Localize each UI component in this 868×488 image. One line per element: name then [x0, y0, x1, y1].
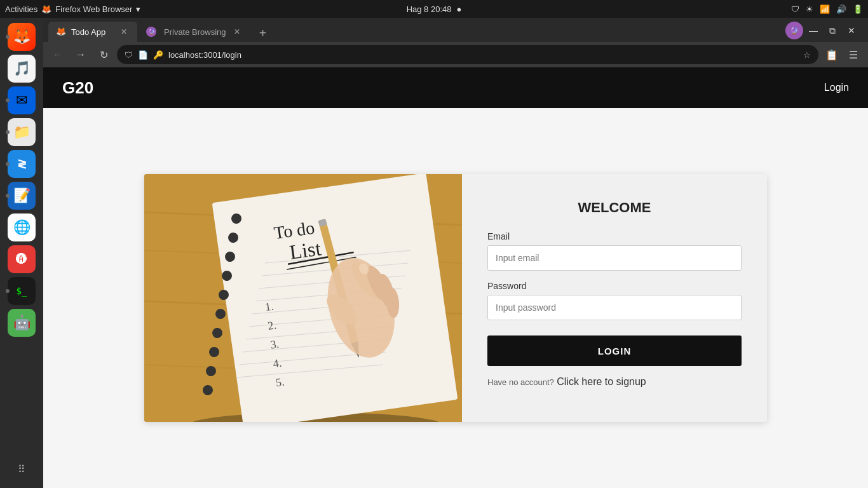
- form-panel: WELCOME Email Password LOGIN Have no acc…: [462, 174, 767, 422]
- sidebar-icon-firefox[interactable]: 🦊: [8, 23, 36, 51]
- window-controls: 🔮 — ⧉ ✕: [785, 22, 863, 42]
- reader-view-icon[interactable]: 📋: [822, 45, 841, 64]
- image-panel: To do List 1. 2. 3. 4. 5.: [144, 174, 462, 422]
- firefox-icon: 🦊: [41, 4, 51, 14]
- tab-title-private: Private Browsing: [164, 27, 226, 37]
- active-dot-5: [6, 194, 10, 198]
- sidebar-icon-android[interactable]: 🤖: [8, 309, 36, 337]
- header-login-link[interactable]: Login: [824, 82, 849, 93]
- tab-title-todo: Todo App: [71, 27, 113, 37]
- page-icon: 📄: [138, 50, 148, 60]
- security-shield-icon: 🛡: [125, 50, 133, 60]
- rhythmbox-app-icon: 🎵: [13, 60, 31, 77]
- sidebar-icon-apps[interactable]: ⠿: [8, 455, 36, 483]
- login-button[interactable]: LOGIN: [487, 336, 742, 366]
- signup-section: Have no account? Click here to signup: [487, 376, 742, 388]
- welcome-heading: WELCOME: [487, 200, 742, 216]
- battery-icon: 🔋: [853, 4, 863, 14]
- firefox-app-icon: 🦊: [13, 29, 31, 45]
- appstore-app-icon: 🅐: [16, 253, 27, 266]
- chrome-app-icon: 🌐: [13, 219, 31, 236]
- android-app-icon: 🤖: [13, 315, 31, 331]
- os-taskbar: Activities 🦊 Firefox Web Browser ▾ Hag 8…: [0, 0, 868, 18]
- app-header: G20 Login: [43, 67, 868, 108]
- sidebar-icon-terminal[interactable]: $_: [8, 277, 36, 305]
- dropdown-icon[interactable]: ▾: [136, 4, 140, 14]
- volume-icon[interactable]: 🔊: [836, 4, 846, 14]
- forward-button[interactable]: →: [71, 45, 90, 64]
- toolbar-right-controls: 📋 ☰: [822, 45, 863, 64]
- taskbar-right: 🛡 ☀ 📶 🔊 🔋: [791, 4, 863, 14]
- email-label: Email: [487, 231, 742, 241]
- back-button[interactable]: ←: [48, 45, 67, 64]
- active-dot-4: [6, 162, 10, 166]
- tab-favicon-firefox: 🦊: [56, 27, 66, 37]
- lock-icon: 🔑: [153, 50, 163, 60]
- sidebar-icon-chrome[interactable]: 🌐: [8, 214, 36, 241]
- tab-todo-app[interactable]: 🦊 Todo App ✕: [48, 22, 137, 42]
- active-dot: [6, 35, 10, 39]
- activities-button[interactable]: Activities: [5, 4, 37, 14]
- datetime-display: Hag 8 20:48: [407, 4, 452, 14]
- thunderbird-app-icon: ✉: [16, 92, 27, 109]
- private-browsing-icon: 🔮: [146, 27, 156, 37]
- taskbar-left: Activities 🦊 Firefox Web Browser ▾: [5, 4, 140, 14]
- url-display[interactable]: localhost:3001/login: [168, 50, 798, 60]
- apps-grid-icon: ⠿: [18, 463, 25, 475]
- sidebar-icon-rhythmbox[interactable]: 🎵: [8, 55, 36, 83]
- recording-dot: ●: [456, 4, 461, 14]
- main-area: To do List 1. 2. 3. 4. 5.: [43, 108, 868, 488]
- new-tab-button[interactable]: +: [254, 24, 272, 42]
- terminal-app-icon: $_: [17, 286, 27, 296]
- taskbar-center: Hag 8 20:48 ●: [407, 4, 462, 14]
- signup-prompt-text: Have no account?: [487, 377, 554, 387]
- browser-toolbar: ← → ↻ 🛡 📄 🔑 localhost:3001/login ☆ 📋 ☰: [43, 42, 868, 67]
- close-button[interactable]: ✕: [843, 22, 860, 39]
- notebook-illustration: To do List 1. 2. 3. 4. 5.: [144, 174, 462, 422]
- app-logo: G20: [62, 78, 93, 98]
- svg-text:5.: 5.: [275, 375, 285, 389]
- password-label: Password: [487, 281, 742, 291]
- app-sidebar: 🦊 🎵 ✉ 📁 ≷ 📝 🌐 🅐 $_ 🤖 ⠿: [0, 18, 43, 488]
- tab-close-private[interactable]: ✕: [231, 26, 243, 37]
- minimize-button[interactable]: —: [804, 22, 822, 39]
- sidebar-icon-thunderbird[interactable]: ✉: [8, 86, 36, 114]
- sidebar-icon-vscode[interactable]: ≷: [8, 150, 36, 178]
- files-app-icon: 📁: [13, 124, 31, 140]
- svg-text:4.: 4.: [272, 356, 282, 370]
- active-dot-6: [6, 289, 10, 293]
- reload-button[interactable]: ↻: [94, 45, 113, 64]
- login-container: To do List 1. 2. 3. 4. 5.: [144, 174, 767, 422]
- tab-private-browsing[interactable]: 🔮 Private Browsing ✕: [139, 22, 250, 42]
- signup-link[interactable]: Click here to signup: [557, 376, 646, 387]
- svg-text:2.: 2.: [267, 318, 277, 332]
- sidebar-icon-writer[interactable]: 📝: [8, 182, 36, 210]
- wifi-icon[interactable]: 📶: [820, 4, 830, 14]
- svg-text:1.: 1.: [264, 300, 275, 314]
- shield-icon: 🛡: [791, 4, 799, 14]
- browser-name: Firefox Web Browser: [55, 4, 132, 14]
- sidebar-icon-files[interactable]: 📁: [8, 118, 36, 146]
- password-input[interactable]: [487, 295, 742, 320]
- address-bar[interactable]: 🛡 📄 🔑 localhost:3001/login ☆: [117, 45, 818, 64]
- sidebar-icon-appstore[interactable]: 🅐: [8, 245, 36, 273]
- active-dot-2: [6, 98, 10, 102]
- svg-text:3.: 3.: [269, 337, 280, 351]
- tab-bar: 🦊 Todo App ✕ 🔮 Private Browsing ✕ + 🔮 — …: [43, 18, 868, 42]
- restore-button[interactable]: ⧉: [824, 22, 841, 39]
- browser-window: 🦊 Todo App ✕ 🔮 Private Browsing ✕ + 🔮 — …: [43, 18, 868, 488]
- email-input[interactable]: [487, 245, 742, 271]
- page-content: G20 Login: [43, 67, 868, 488]
- brightness-icon[interactable]: ☀: [806, 4, 813, 14]
- private-mode-indicator: 🔮: [785, 22, 803, 39]
- vscode-app-icon: ≷: [17, 157, 27, 171]
- tab-close-todo[interactable]: ✕: [118, 26, 130, 37]
- menu-button[interactable]: ☰: [844, 45, 863, 64]
- active-dot-3: [6, 130, 10, 134]
- bookmark-star-icon[interactable]: ☆: [803, 50, 811, 60]
- writer-app-icon: 📝: [13, 187, 31, 204]
